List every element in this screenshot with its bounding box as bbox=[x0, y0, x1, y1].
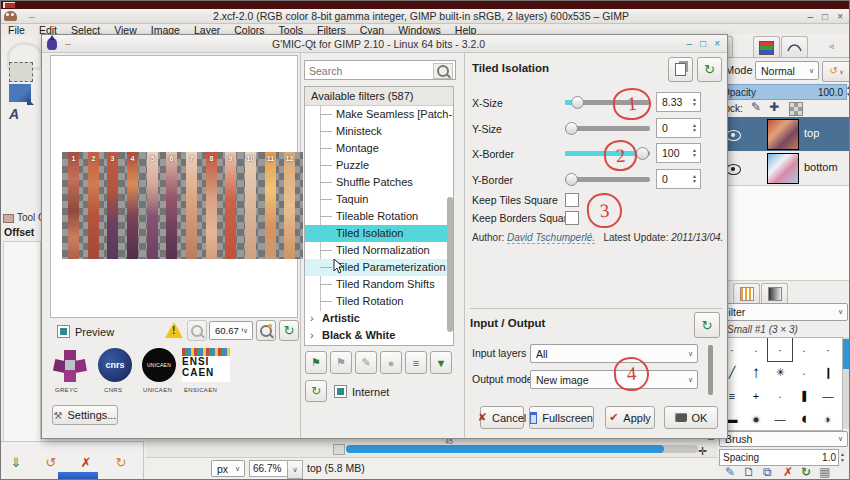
minimize-icon[interactable]: – bbox=[687, 38, 693, 49]
transform-tool-icon[interactable] bbox=[9, 84, 31, 102]
filter-item[interactable]: Make Seamless [Patch-Base bbox=[305, 106, 453, 123]
delete-brush-icon[interactable]: ✗ bbox=[783, 465, 793, 479]
lock-alpha-icon[interactable] bbox=[789, 102, 803, 116]
y-border-slider[interactable] bbox=[565, 177, 650, 182]
menu-item[interactable]: File bbox=[1, 24, 32, 36]
reset-filter-button[interactable]: ↻ bbox=[697, 57, 722, 82]
grid-view-icon[interactable]: ▦ bbox=[819, 465, 830, 479]
unit-combo[interactable]: px∨ bbox=[211, 460, 245, 477]
minimize-icon[interactable]: – bbox=[808, 11, 814, 22]
internet-checkbox[interactable] bbox=[334, 385, 347, 398]
gimp-titlebar[interactable]: – 2.xcf-2.0 (RGB color 8-bit gamma integ… bbox=[1, 9, 850, 24]
spin-arrows-icon[interactable]: ▲▼ bbox=[692, 148, 697, 158]
path-tool-icon[interactable]: A bbox=[9, 106, 31, 124]
settings-button[interactable]: ⚒ Settings... bbox=[52, 405, 118, 425]
y-size-slider[interactable] bbox=[565, 126, 650, 131]
brush-thumbnail[interactable]: — bbox=[816, 384, 840, 407]
brush-thumbnail[interactable]: ❚ bbox=[792, 384, 816, 407]
brush-grid-scrollbar[interactable] bbox=[843, 337, 849, 429]
filter-item[interactable]: Puzzle bbox=[305, 157, 453, 174]
visibility-eye-icon[interactable] bbox=[726, 130, 741, 141]
brush-thumbnail[interactable]: ◗ bbox=[816, 407, 840, 430]
opacity-slider[interactable]: Opacity 100.0 bbox=[717, 84, 847, 100]
layer-thumbnail[interactable] bbox=[767, 119, 799, 150]
filter-item[interactable]: Tiled Normalization bbox=[305, 242, 453, 259]
search-input[interactable] bbox=[307, 62, 436, 80]
x-border-spinbox[interactable]: 100▲▼ bbox=[656, 143, 701, 163]
io-scrollbar-thumb[interactable] bbox=[708, 345, 713, 395]
brush-thumbnail[interactable]: ∙ bbox=[792, 338, 816, 361]
io-reset-button[interactable]: ↻ bbox=[694, 312, 720, 338]
canvas-hscrollbar[interactable] bbox=[346, 445, 698, 453]
cancel-button[interactable]: ✘Cancel bbox=[480, 406, 524, 429]
scrollbar-thumb[interactable] bbox=[843, 339, 849, 369]
zoom-dropdown-button[interactable]: ∨ bbox=[287, 460, 303, 479]
edit-brush-icon[interactable]: ✎ bbox=[725, 465, 735, 479]
mode-switch-button[interactable]: ↺ ∨ bbox=[822, 61, 850, 82]
revert-preset-icon[interactable]: ↺ bbox=[38, 452, 64, 473]
refresh-preview-button[interactable]: ↻ bbox=[279, 320, 299, 341]
fullscreen-button[interactable]: Fullscreen bbox=[529, 406, 594, 429]
close-icon[interactable]: × bbox=[714, 38, 720, 49]
preview-checkbox[interactable] bbox=[57, 325, 70, 338]
slider-handle[interactable] bbox=[565, 173, 578, 186]
spacing-field[interactable]: Spacing 1.0 bbox=[719, 449, 839, 466]
remove-fave-icon[interactable]: ⚑ bbox=[330, 351, 352, 374]
rect-select-tool-icon[interactable] bbox=[9, 62, 33, 82]
brush-thumbnail[interactable]: ❙ bbox=[816, 361, 840, 384]
brush-thumbnail[interactable]: · bbox=[816, 338, 840, 361]
update-filters-button[interactable]: ↻ bbox=[305, 380, 327, 402]
filter-settings-icon[interactable]: ≡ bbox=[405, 351, 427, 374]
brush-thumbnail[interactable]: ― bbox=[768, 407, 792, 430]
filter-list-header[interactable]: Available filters (587) bbox=[305, 87, 453, 106]
brush-thumbnail[interactable]: · bbox=[768, 338, 792, 361]
tab-channels[interactable] bbox=[753, 36, 780, 58]
brush-thumbnail[interactable]: + bbox=[744, 384, 768, 407]
keep-tiles-square-checkbox[interactable] bbox=[565, 193, 579, 207]
brush-filter-combo[interactable]: Filter∨ bbox=[719, 303, 848, 321]
brush-thumbnail[interactable]: ∙ bbox=[792, 361, 816, 384]
add-fave-icon[interactable]: ⚑ bbox=[305, 351, 327, 374]
x-size-spinbox[interactable]: 8.33▲▼ bbox=[656, 92, 701, 112]
pane-divider[interactable] bbox=[464, 52, 465, 438]
filter-item[interactable]: Montage bbox=[305, 140, 453, 157]
lock-position-icon[interactable]: ✚ bbox=[769, 100, 779, 114]
maximize-icon[interactable]: □ bbox=[700, 38, 706, 49]
reset-tool-icon[interactable]: ↻ bbox=[108, 452, 134, 473]
maximize-icon[interactable]: □ bbox=[822, 11, 828, 22]
save-preset-icon[interactable]: ⇓ bbox=[3, 452, 29, 473]
filter-item[interactable]: Taquin bbox=[305, 191, 453, 208]
filter-item[interactable]: Shuffle Patches bbox=[305, 174, 453, 191]
apply-button[interactable]: ✔Apply bbox=[605, 406, 655, 429]
brush-thumbnail[interactable]: ● bbox=[744, 407, 768, 430]
keep-borders-square-checkbox[interactable] bbox=[565, 211, 579, 225]
filter-item[interactable]: Tiled Parameterization bbox=[305, 259, 453, 276]
filter-item[interactable]: Tileable Rotation bbox=[305, 208, 453, 225]
y-border-spinbox[interactable]: 0▲▼ bbox=[656, 169, 701, 189]
spin-arrows-icon[interactable]: ▲▼ bbox=[692, 174, 697, 184]
slider-handle[interactable] bbox=[636, 147, 649, 160]
preview-zoom-combo[interactable]: 60.67 %∨ bbox=[209, 321, 253, 340]
brush-thumbnail[interactable]: ∙ bbox=[768, 384, 792, 407]
brush-thumbnail[interactable]: ✳ bbox=[768, 361, 792, 384]
new-brush-icon[interactable]: 🗋 bbox=[743, 465, 755, 479]
zoom-entry[interactable]: 66.7% bbox=[249, 460, 289, 477]
filter-item[interactable]: Ministeck bbox=[305, 123, 453, 140]
ok-button[interactable]: OK bbox=[664, 406, 718, 429]
search-icon-button[interactable] bbox=[433, 63, 453, 79]
opacity-spinner[interactable]: ▲▼ bbox=[846, 84, 850, 98]
input-layers-combo[interactable]: All∨ bbox=[530, 344, 698, 363]
tab-gradients[interactable] bbox=[761, 283, 788, 304]
layer-row-bottom[interactable]: bottom bbox=[717, 151, 850, 185]
slider-handle[interactable] bbox=[565, 122, 578, 135]
duplicate-brush-icon[interactable]: ⧉ bbox=[763, 465, 772, 479]
hscrollbar-thumb[interactable] bbox=[346, 445, 664, 453]
layer-row-top[interactable]: top bbox=[717, 117, 850, 151]
tab-menu-icon[interactable]: ◃ bbox=[829, 41, 834, 51]
spin-arrows-icon[interactable]: ▲▼ bbox=[692, 97, 697, 107]
filter-item[interactable]: Tiled Isolation bbox=[305, 225, 453, 242]
brush-thumbnail[interactable]: ↑ bbox=[744, 361, 768, 384]
filter-item[interactable]: Black & White bbox=[305, 327, 453, 344]
zoom-out-button[interactable] bbox=[187, 320, 207, 341]
y-size-spinbox[interactable]: 0▲▼ bbox=[656, 118, 701, 138]
